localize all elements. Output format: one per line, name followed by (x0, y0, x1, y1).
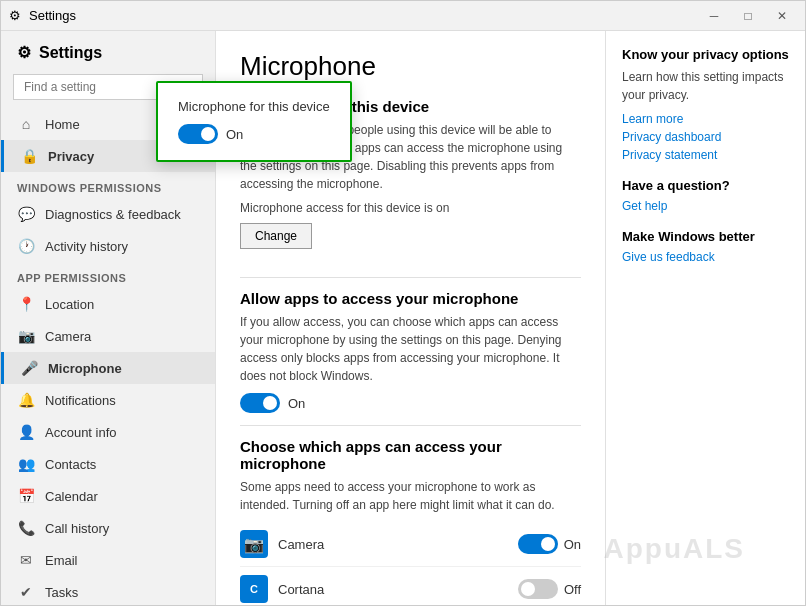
camera-toggle-label: On (564, 537, 581, 552)
close-button[interactable]: ✕ (767, 6, 797, 26)
email-label: Email (45, 553, 78, 568)
app-row-camera: 📷 Camera On (240, 522, 581, 567)
sidebar-item-tasks[interactable]: ✔ Tasks (1, 576, 215, 605)
window-controls: ─ □ ✕ (699, 6, 797, 26)
microphone-label: Microphone (48, 361, 122, 376)
windows-better-section: Make Windows better Give us feedback (622, 229, 789, 264)
page-title: Microphone (240, 51, 581, 82)
account-icon: 👤 (17, 424, 35, 440)
sidebar-item-contacts[interactable]: 👥 Contacts (1, 448, 215, 480)
window-title: Settings (29, 8, 76, 23)
microphone-icon: 🎤 (20, 360, 38, 376)
app-row-cortana: C Cortana Off (240, 567, 581, 605)
cortana-app-icon: C (240, 575, 268, 603)
home-icon: ⌂ (17, 116, 35, 132)
popup-box: Microphone for this device On (156, 81, 352, 162)
question-section: Have a question? Get help (622, 178, 789, 213)
tasks-icon: ✔ (17, 584, 35, 600)
notifications-label: Notifications (45, 393, 116, 408)
cortana-app-name: Cortana (278, 582, 518, 597)
camera-toggle[interactable] (518, 534, 558, 554)
question-title: Have a question? (622, 178, 789, 193)
diagnostics-icon: 💬 (17, 206, 35, 222)
popup-toggle-label: On (226, 127, 243, 142)
section3-desc: Some apps need to access your microphone… (240, 478, 581, 514)
contacts-icon: 👥 (17, 456, 35, 472)
location-icon: 📍 (17, 296, 35, 312)
activity-label: Activity history (45, 239, 128, 254)
sidebar-item-activity[interactable]: 🕐 Activity history (1, 230, 215, 262)
change-button[interactable]: Change (240, 223, 312, 249)
give-feedback-link[interactable]: Give us feedback (622, 250, 789, 264)
sidebar-item-email[interactable]: ✉ Email (1, 544, 215, 576)
sidebar-item-camera[interactable]: 📷 Camera (1, 320, 215, 352)
windows-better-title: Make Windows better (622, 229, 789, 244)
notifications-icon: 🔔 (17, 392, 35, 408)
settings-icon: ⚙ (9, 8, 21, 23)
privacy-icon: 🔒 (20, 148, 38, 164)
privacy-options-desc: Learn how this setting impacts your priv… (622, 68, 789, 104)
calendar-label: Calendar (45, 489, 98, 504)
popup-title: Microphone for this device (178, 99, 330, 114)
privacy-label: Privacy (48, 149, 94, 164)
maximize-button[interactable]: □ (733, 6, 763, 26)
cortana-toggle-label: Off (564, 582, 581, 597)
cortana-app-name-col: Cortana (278, 582, 518, 597)
callhistory-label: Call history (45, 521, 109, 536)
cortana-toggle[interactable] (518, 579, 558, 599)
email-icon: ✉ (17, 552, 35, 568)
sidebar-item-location[interactable]: 📍 Location (1, 288, 215, 320)
popup-toggle-row: On (178, 124, 330, 144)
sidebar-item-diagnostics[interactable]: 💬 Diagnostics & feedback (1, 198, 215, 230)
sidebar-header-label: Settings (39, 44, 102, 62)
camera-icon: 📷 (17, 328, 35, 344)
camera-app-name: Camera (278, 537, 518, 552)
privacy-options-title: Know your privacy options (622, 47, 789, 62)
home-label: Home (45, 117, 80, 132)
section2-title: Allow apps to access your microphone (240, 290, 581, 307)
tasks-label: Tasks (45, 585, 78, 600)
location-label: Location (45, 297, 94, 312)
sidebar-item-callhistory[interactable]: 📞 Call history (1, 512, 215, 544)
calendar-icon: 📅 (17, 488, 35, 504)
camera-app-name-col: Camera (278, 537, 518, 552)
popup-overlay: Microphone for this device On (156, 81, 352, 162)
activity-icon: 🕐 (17, 238, 35, 254)
right-panel: Know your privacy options Learn how this… (605, 31, 805, 605)
contacts-label: Contacts (45, 457, 96, 472)
sidebar-item-account[interactable]: 👤 Account info (1, 416, 215, 448)
account-label: Account info (45, 425, 117, 440)
section-windows-permissions: Windows permissions (1, 172, 215, 198)
camera-label: Camera (45, 329, 91, 344)
titlebar: ⚙ Settings ─ □ ✕ (1, 1, 805, 31)
callhistory-icon: 📞 (17, 520, 35, 536)
sidebar-header: ⚙ Settings (1, 31, 215, 70)
settings-header-icon: ⚙ (17, 43, 31, 62)
section3-title: Choose which apps can access your microp… (240, 438, 581, 472)
apps-toggle[interactable] (240, 393, 280, 413)
section-app-permissions: App permissions (1, 262, 215, 288)
privacy-statement-link[interactable]: Privacy statement (622, 148, 789, 162)
sidebar-item-microphone[interactable]: 🎤 Microphone (1, 352, 215, 384)
diagnostics-label: Diagnostics & feedback (45, 207, 181, 222)
privacy-dashboard-link[interactable]: Privacy dashboard (622, 130, 789, 144)
apps-toggle-label: On (288, 396, 305, 411)
sidebar-item-calendar[interactable]: 📅 Calendar (1, 480, 215, 512)
get-help-link[interactable]: Get help (622, 199, 789, 213)
camera-app-icon: 📷 (240, 530, 268, 558)
apps-toggle-row: On (240, 393, 581, 413)
microphone-status: Microphone access for this device is on (240, 201, 581, 215)
learn-more-link[interactable]: Learn more (622, 112, 789, 126)
section2-desc: If you allow access, you can choose whic… (240, 313, 581, 385)
sidebar-item-notifications[interactable]: 🔔 Notifications (1, 384, 215, 416)
popup-toggle[interactable] (178, 124, 218, 144)
minimize-button[interactable]: ─ (699, 6, 729, 26)
app-list: 📷 Camera On C Cortana (240, 522, 581, 605)
